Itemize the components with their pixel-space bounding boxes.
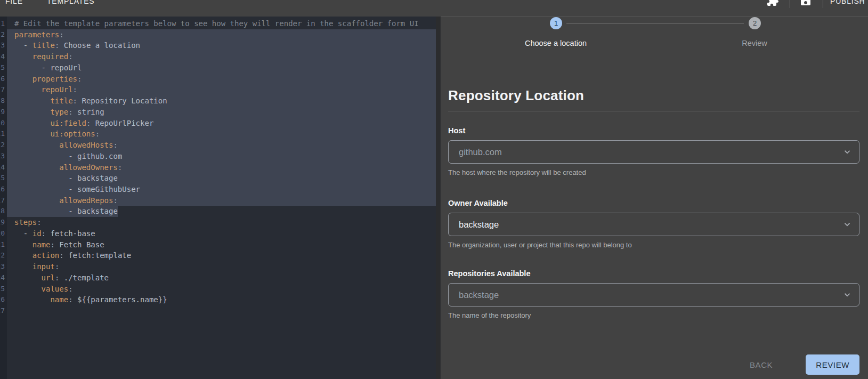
code-line: 5 - repoUrl (0, 62, 436, 74)
owner-helper-text: The organization, user or project that t… (448, 241, 859, 249)
code-line: 11 ui:options: (0, 128, 436, 140)
review-button[interactable]: REVIEW (806, 354, 859, 375)
save-icon (799, 0, 812, 7)
form-actions: BACK REVIEW (448, 354, 859, 375)
code-line: 19steps: (0, 217, 436, 228)
code-lines: 1# Edit the template parameters below to… (0, 17, 436, 317)
code-line: 17 allowedRepos: (0, 195, 436, 206)
code-editor[interactable]: 1# Edit the template parameters below to… (0, 17, 436, 379)
preview-panel: 1 2 Choose a location Review Repository … (441, 17, 868, 379)
toolbar-divider (790, 0, 790, 8)
topbar: FILE TEMPLATES PUBLISH (0, 0, 868, 17)
back-button[interactable]: BACK (741, 356, 781, 374)
step-1-circle: 1 (550, 17, 562, 29)
form-title: Repository Location (448, 87, 859, 104)
code-line: 3 - title: Choose a location (0, 40, 436, 51)
code-line: 12 allowedHosts: (0, 140, 436, 151)
code-line: 22 action: fetch:template (0, 250, 436, 261)
step-2-label: Review (675, 39, 834, 47)
code-line: 24 url: ./template (0, 272, 436, 284)
repositories-select-value: backstage (459, 290, 499, 300)
code-line: 14 allowedOwners: (0, 162, 436, 173)
code-line: 4 required: (0, 51, 436, 62)
chevron-down-icon (842, 290, 852, 300)
app-window: FILE TEMPLATES PUBLISH 1# Edit the templ… (0, 0, 868, 379)
repositories-field-label: Repositories Available (448, 269, 859, 278)
step-1-label: Choose a location (476, 39, 636, 47)
stepper: 1 2 Choose a location Review (448, 17, 859, 57)
code-line: 7 repoUrl: (0, 84, 436, 95)
code-line: 16 - someGithubUser (0, 184, 436, 195)
repositories-helper-text: The name of the repository (448, 311, 859, 319)
custom-fields-button[interactable] (766, 0, 779, 7)
toolbar-divider (823, 0, 823, 8)
title-divider (448, 111, 859, 111)
code-line: 10 ui:field: RepoUrlPicker (0, 118, 436, 129)
owner-field: Owner Available backstage The organizati… (448, 199, 859, 249)
save-button[interactable] (799, 0, 812, 7)
publish-button[interactable]: PUBLISH (830, 0, 865, 6)
code-line: 26 name: ${{parameters.name}} (0, 294, 436, 305)
code-line: 2parameters: (0, 29, 436, 41)
host-field-label: Host (448, 126, 859, 135)
code-line: 9 type: string (0, 107, 436, 118)
menu-file[interactable]: FILE (5, 0, 23, 6)
host-field: Host github.com The host where the repos… (448, 126, 859, 176)
host-select[interactable]: github.com (448, 140, 859, 164)
repositories-select[interactable]: backstage (448, 283, 859, 307)
code-line: 1# Edit the template parameters below to… (0, 18, 436, 29)
repositories-field: Repositories Available backstage The nam… (448, 269, 859, 319)
code-line: 21 name: Fetch Base (0, 239, 436, 251)
owner-field-label: Owner Available (448, 199, 859, 207)
code-line: 20 - id: fetch-base (0, 228, 436, 239)
code-line: 13 - github.com (0, 151, 436, 162)
menu-templates[interactable]: TEMPLATES (47, 0, 94, 6)
stepper-connector (566, 23, 744, 23)
host-select-value: github.com (459, 147, 502, 157)
code-line: 15 - backstage (0, 173, 436, 184)
owner-select-value: backstage (459, 220, 499, 230)
chevron-down-icon (842, 147, 852, 157)
owner-select[interactable]: backstage (448, 213, 859, 236)
code-line: 23 input: (0, 261, 436, 272)
code-line: 8 title: Repository Location (0, 95, 436, 107)
code-line: 18 - backstage (0, 206, 436, 217)
chevron-down-icon (842, 220, 852, 229)
host-helper-text: The host where the repository will be cr… (448, 168, 859, 176)
step-2-circle: 2 (749, 17, 761, 29)
code-line: 27 (0, 305, 436, 317)
extension-icon (766, 0, 779, 7)
code-line: 25 values: (0, 284, 436, 295)
code-line: 6 properties: (0, 74, 436, 85)
